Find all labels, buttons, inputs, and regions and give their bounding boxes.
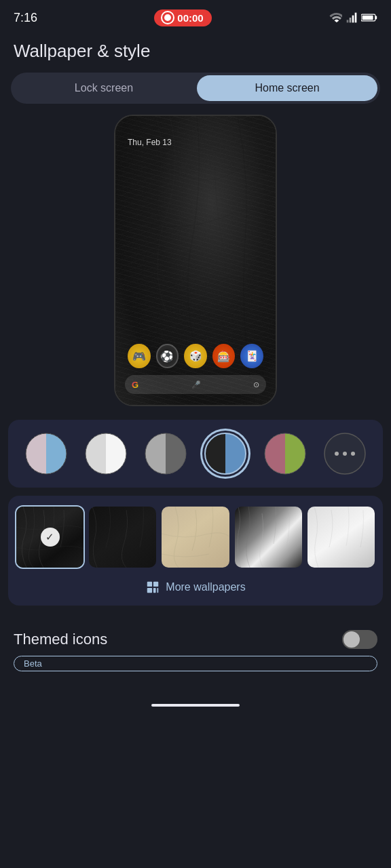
rec-dot-icon [162, 12, 173, 23]
palette-4-icon [202, 431, 248, 477]
svg-point-21 [343, 452, 347, 456]
phone-preview-wrapper: Thu, Feb 13 🎮 ⚽ 🎲 🎰 🃏 G 🎤 ⊙ [0, 115, 391, 406]
wallpaper-thumb-3[interactable] [162, 507, 229, 568]
lens-icon: ⊙ [253, 380, 259, 389]
wallpaper-section: ✓ [8, 496, 383, 606]
phone-preview: Thu, Feb 13 🎮 ⚽ 🎲 🎰 🃏 G 🎤 ⊙ [114, 115, 277, 406]
beta-badge[interactable]: Beta [14, 656, 377, 671]
app-icon-3: 🎲 [184, 344, 207, 368]
status-icons [329, 12, 377, 23]
wifi-icon [329, 13, 342, 22]
recording-indicator: 00:00 [154, 9, 211, 26]
app-icon-2: ⚽ [156, 344, 179, 368]
wallpaper-2-texture [89, 507, 156, 568]
home-indicator [151, 704, 240, 707]
google-g-icon: G [132, 380, 138, 390]
svg-rect-5 [375, 16, 377, 20]
signal-icon [346, 12, 357, 23]
phone-dock: 🎮 ⚽ 🎲 🎰 🃏 [115, 344, 276, 368]
app-icon-5: 🃏 [240, 344, 263, 368]
phone-search-bar: G 🎤 ⊙ [125, 375, 266, 394]
page-title: Wallpaper & style [0, 33, 391, 73]
svg-rect-0 [347, 20, 349, 22]
more-wallpapers-button[interactable]: More wallpapers [16, 577, 375, 597]
svg-point-22 [351, 452, 355, 456]
check-mark-icon: ✓ [41, 528, 60, 547]
tab-bar: Lock screen Home screen [11, 73, 380, 104]
palette-option-4[interactable] [202, 431, 248, 477]
svg-rect-25 [147, 588, 152, 593]
color-palette-section [8, 420, 383, 488]
palette-option-5[interactable] [262, 431, 308, 477]
palette-3-icon [143, 431, 189, 477]
palette-option-3[interactable] [143, 431, 189, 477]
toggle-knob [343, 631, 360, 648]
wallpaper-row: ✓ [16, 507, 375, 568]
wallpaper-3-texture [162, 507, 229, 568]
themed-icons-section: Themed icons Beta [0, 614, 391, 688]
svg-rect-24 [153, 582, 158, 587]
themed-icons-label: Themed icons [14, 631, 107, 648]
themed-icons-toggle[interactable] [342, 630, 377, 649]
wallpaper-5-texture [308, 507, 375, 568]
palette-option-1[interactable] [23, 431, 69, 477]
status-bar: 7:16 00:00 [0, 0, 391, 33]
themed-icons-row: Themed icons [14, 630, 377, 649]
palette-2-icon [83, 431, 129, 477]
svg-rect-6 [362, 16, 373, 20]
wallpaper-check-1: ✓ [16, 507, 83, 568]
tab-home-screen[interactable]: Home screen [197, 75, 377, 101]
microphone-icon: 🎤 [191, 380, 201, 389]
wallpaper-4-texture [235, 507, 302, 568]
svg-rect-1 [350, 18, 352, 22]
wallpaper-thumb-4[interactable] [235, 507, 302, 568]
svg-rect-2 [352, 16, 354, 23]
svg-rect-27 [157, 588, 159, 593]
svg-rect-26 [153, 588, 156, 593]
recording-timer: 00:00 [177, 12, 203, 24]
tab-lock-screen[interactable]: Lock screen [14, 75, 194, 101]
svg-rect-23 [147, 582, 152, 587]
palette-1-icon [23, 431, 69, 477]
svg-rect-3 [355, 13, 357, 23]
palette-row [16, 431, 375, 477]
palette-more-button[interactable] [322, 431, 368, 477]
phone-date: Thu, Feb 13 [128, 138, 172, 147]
battery-icon [361, 13, 377, 22]
palette-5-icon [262, 431, 308, 477]
wallpaper-thumb-1[interactable]: ✓ [16, 507, 83, 568]
palette-option-2[interactable] [83, 431, 129, 477]
status-time: 7:16 [14, 11, 37, 25]
phone-wallpaper: Thu, Feb 13 🎮 ⚽ 🎲 🎰 🃏 G 🎤 ⊙ [115, 116, 276, 405]
wallpaper-thumb-2[interactable] [89, 507, 156, 568]
bottom-nav [0, 693, 391, 720]
app-icon-1: 🎮 [128, 344, 151, 368]
palette-more-icon [322, 431, 368, 477]
wallpaper-thumb-5[interactable] [308, 507, 375, 568]
svg-point-20 [335, 452, 339, 456]
app-icon-4: 🎰 [212, 344, 236, 368]
more-wallpapers-icon [145, 580, 160, 595]
more-wallpapers-label: More wallpapers [166, 581, 245, 593]
